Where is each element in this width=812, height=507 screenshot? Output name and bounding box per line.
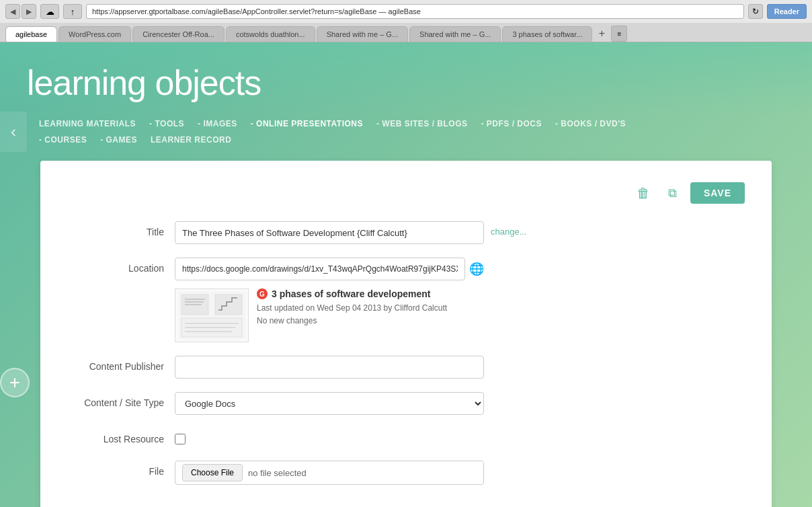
- add-button[interactable]: +: [0, 368, 30, 397]
- page-title: learning objects: [27, 63, 785, 103]
- location-label: Location: [67, 258, 175, 274]
- title-row: Title change...: [67, 221, 745, 244]
- file-label: File: [67, 461, 175, 477]
- browser-tabs: agilebase WordPress.com Cirencester Off-…: [0, 23, 812, 42]
- trash-icon: 🗑: [637, 186, 650, 201]
- nav-item-tools[interactable]: - TOOLS: [144, 116, 190, 131]
- tab-cirencester[interactable]: Cirencester Off-Roa...: [132, 26, 225, 42]
- back-arrow-button[interactable]: ‹: [0, 112, 27, 152]
- nav-item-games[interactable]: - GAMES: [95, 132, 143, 147]
- main-content-card: 🗑 ⧉ SAVE Title change... Location 🌐: [40, 161, 772, 507]
- globe-icon[interactable]: 🌐: [469, 262, 484, 276]
- lost-resource-label: Lost Resource: [67, 428, 175, 444]
- nav-row-2: - COURSES - GAMES LEARNER RECORD: [34, 132, 812, 147]
- title-input[interactable]: [175, 221, 484, 244]
- title-label: Title: [67, 221, 175, 237]
- doc-changes: No new changes: [257, 315, 484, 327]
- file-row: File Choose File no file selected: [67, 461, 745, 485]
- nav-item-learner-record[interactable]: LEARNER RECORD: [145, 132, 237, 147]
- change-link[interactable]: change...: [491, 221, 527, 237]
- lost-resource-checkbox[interactable]: [175, 434, 186, 444]
- location-input[interactable]: [175, 258, 465, 280]
- nav-item-courses[interactable]: - COURSES: [34, 132, 92, 147]
- copy-icon: ⧉: [668, 186, 677, 200]
- delete-button[interactable]: 🗑: [631, 181, 655, 205]
- tab-shared2[interactable]: Shared with me – G...: [409, 26, 501, 42]
- doc-title: 3 phases of software developement: [272, 288, 431, 299]
- app-wrapper: learning objects ‹ LEARNING MATERIALS - …: [0, 42, 812, 507]
- cloud-button[interactable]: ☁: [40, 4, 59, 19]
- nav-item-books[interactable]: - BOOKS / DVD'S: [550, 116, 631, 131]
- back-button[interactable]: ◀: [5, 4, 20, 19]
- content-publisher-input[interactable]: [175, 356, 484, 379]
- forward-button[interactable]: ▶: [22, 4, 36, 19]
- google-docs-icon: G: [257, 288, 268, 299]
- lost-resource-control: [175, 428, 484, 447]
- form-toolbar: 🗑 ⧉ SAVE: [67, 181, 745, 205]
- content-site-type-select[interactable]: Google Docs YouTube Vimeo SlideShare Pre…: [175, 392, 484, 415]
- svg-rect-2: [215, 295, 242, 315]
- content-publisher-label: Content Publisher: [67, 356, 175, 372]
- file-input-wrapper: Choose File no file selected: [175, 461, 484, 485]
- browser-chrome: ◀ ▶ ☁ ↑ ↻ Reader agilebase WordPress.com…: [0, 0, 812, 42]
- reader-button[interactable]: Reader: [767, 4, 807, 19]
- doc-preview: G 3 phases of software developement Last…: [175, 288, 484, 342]
- file-no-selection-label: no file selected: [248, 468, 307, 478]
- nav-item-websites[interactable]: - WEB SITES / BLOGS: [371, 116, 473, 131]
- reload-button[interactable]: ↻: [748, 4, 763, 19]
- title-control: [175, 221, 484, 244]
- tab-list-button[interactable]: ≡: [611, 26, 627, 42]
- lost-resource-row: Lost Resource: [67, 428, 745, 447]
- nav-item-images[interactable]: - IMAGES: [192, 116, 243, 131]
- location-input-row: 🌐: [175, 258, 484, 280]
- copy-button[interactable]: ⧉: [661, 181, 685, 205]
- file-control: Choose File no file selected: [175, 461, 484, 485]
- nav-item-learning-materials[interactable]: LEARNING MATERIALS: [34, 116, 141, 131]
- location-row: Location 🌐: [67, 258, 745, 342]
- tab-cotswolds[interactable]: cotswolds duathlon...: [226, 26, 315, 42]
- location-control: 🌐: [175, 258, 484, 342]
- nav-buttons: ◀ ▶: [5, 4, 36, 19]
- tab-shared1[interactable]: Shared with me – G...: [317, 26, 408, 42]
- share-button[interactable]: ↑: [63, 4, 82, 19]
- address-bar[interactable]: [86, 4, 744, 19]
- content-site-type-label: Content / Site Type: [67, 392, 175, 408]
- app-header: learning objects: [0, 42, 812, 116]
- doc-info: G 3 phases of software developement Last…: [257, 288, 484, 327]
- nav-item-online-presentations[interactable]: - ONLINE PRESENTATIONS: [245, 116, 368, 131]
- doc-title-row: G 3 phases of software developement: [257, 288, 484, 299]
- content-publisher-control: [175, 356, 484, 379]
- new-tab-button[interactable]: +: [594, 26, 610, 42]
- tab-wordpress[interactable]: WordPress.com: [58, 26, 131, 42]
- doc-thumbnail: [175, 288, 249, 342]
- nav-rows: LEARNING MATERIALS - TOOLS - IMAGES - ON…: [34, 116, 812, 147]
- doc-updated: Last updated on Wed Sep 04 2013 by Cliff…: [257, 302, 484, 315]
- tab-3phases[interactable]: 3 phases of softwar...: [502, 26, 592, 42]
- navigation-section: ‹ LEARNING MATERIALS - TOOLS - IMAGES - …: [0, 116, 812, 147]
- content-site-type-control: Google Docs YouTube Vimeo SlideShare Pre…: [175, 392, 484, 415]
- nav-item-pdfs[interactable]: - PDFS / DOCS: [475, 116, 547, 131]
- nav-row-1: LEARNING MATERIALS - TOOLS - IMAGES - ON…: [34, 116, 812, 131]
- save-button[interactable]: SAVE: [690, 182, 745, 204]
- content-site-type-row: Content / Site Type Google Docs YouTube …: [67, 392, 745, 415]
- content-publisher-row: Content Publisher: [67, 356, 745, 379]
- browser-toolbar: ◀ ▶ ☁ ↑ ↻ Reader: [0, 0, 812, 23]
- choose-file-button[interactable]: Choose File: [182, 464, 243, 481]
- tab-agilebase[interactable]: agilebase: [5, 26, 57, 42]
